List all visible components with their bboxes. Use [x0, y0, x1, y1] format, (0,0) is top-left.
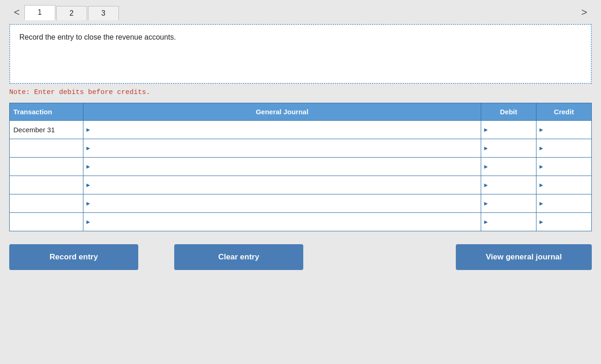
debit-arrow-2: ► [483, 163, 489, 170]
debit-input-4[interactable] [491, 194, 536, 212]
cell-transaction-2 [10, 158, 83, 176]
header-transaction: Transaction [10, 103, 83, 121]
credit-arrow-2: ► [538, 163, 544, 170]
cell-journal-2[interactable]: ► [83, 158, 481, 176]
credit-input-0[interactable] [546, 121, 591, 139]
journal-input-1[interactable] [93, 139, 481, 157]
cell-credit-3[interactable]: ► [536, 176, 592, 194]
credit-arrow-4: ► [538, 200, 544, 207]
cell-journal-0[interactable]: ► [83, 121, 481, 139]
journal-input-3[interactable] [93, 176, 481, 194]
view-general-journal-button[interactable]: View general journal [456, 244, 592, 270]
cell-debit-1[interactable]: ► [481, 139, 536, 158]
table-row: ►►► [10, 194, 592, 213]
tab-2[interactable]: 2 [56, 6, 87, 20]
cell-journal-3[interactable]: ► [83, 176, 481, 194]
table-row: ►►► [10, 213, 592, 231]
credit-input-5[interactable] [546, 213, 591, 231]
debit-input-3[interactable] [491, 176, 536, 194]
journal-arrow-5: ► [85, 218, 91, 225]
tab-1[interactable]: 1 [24, 5, 55, 20]
cell-transaction-3 [10, 176, 83, 194]
debit-arrow-1: ► [483, 145, 489, 152]
prev-arrow[interactable]: < [9, 5, 24, 20]
cell-transaction-1 [10, 139, 83, 158]
cell-transaction-4 [10, 194, 83, 213]
cell-credit-5[interactable]: ► [536, 213, 592, 231]
credit-arrow-0: ► [538, 126, 544, 133]
cell-credit-1[interactable]: ► [536, 139, 592, 158]
credit-input-4[interactable] [546, 194, 591, 212]
journal-arrow-3: ► [85, 182, 91, 188]
navigation-bar: < 1 2 3 > [9, 5, 592, 20]
cell-journal-5[interactable]: ► [83, 213, 481, 231]
button-bar: Record entry Clear entry View general jo… [9, 244, 592, 270]
journal-input-0[interactable] [93, 121, 481, 139]
cell-debit-0[interactable]: ► [481, 121, 536, 139]
debit-arrow-4: ► [483, 200, 489, 207]
cell-credit-2[interactable]: ► [536, 158, 592, 176]
note-text: Note: Enter debits before credits. [9, 88, 592, 96]
journal-input-5[interactable] [93, 213, 481, 231]
cell-transaction-0: December 31 [10, 121, 83, 139]
debit-input-0[interactable] [491, 121, 536, 139]
journal-arrow-1: ► [85, 145, 91, 152]
table-row: ►►► [10, 158, 592, 176]
tab-list: 1 2 3 [24, 5, 120, 20]
cell-debit-5[interactable]: ► [481, 213, 536, 231]
journal-arrow-4: ► [85, 200, 91, 207]
journal-input-4[interactable] [93, 194, 481, 212]
next-arrow[interactable]: > [577, 5, 592, 20]
header-general-journal: General Journal [83, 103, 481, 121]
table-row: ►►► [10, 176, 592, 194]
record-entry-button[interactable]: Record entry [9, 244, 138, 270]
credit-input-2[interactable] [546, 158, 591, 176]
cell-debit-3[interactable]: ► [481, 176, 536, 194]
header-debit: Debit [481, 103, 536, 121]
table-row: ►►► [10, 139, 592, 158]
cell-journal-4[interactable]: ► [83, 194, 481, 213]
debit-input-2[interactable] [491, 158, 536, 176]
debit-arrow-5: ► [483, 218, 489, 225]
credit-arrow-5: ► [538, 218, 544, 225]
credit-arrow-1: ► [538, 145, 544, 152]
journal-arrow-2: ► [85, 163, 91, 170]
journal-table: Transaction General Journal Debit Credit… [9, 103, 592, 231]
tab-3[interactable]: 3 [88, 6, 119, 20]
journal-arrow-0: ► [85, 126, 91, 133]
credit-input-1[interactable] [546, 139, 591, 157]
debit-arrow-0: ► [483, 126, 489, 133]
cell-credit-4[interactable]: ► [536, 194, 592, 213]
credit-input-3[interactable] [546, 176, 591, 194]
debit-input-5[interactable] [491, 213, 536, 231]
cell-journal-1[interactable]: ► [83, 139, 481, 158]
journal-input-2[interactable] [93, 158, 481, 176]
table-row: December 31►►► [10, 121, 592, 139]
cell-transaction-5 [10, 213, 83, 231]
cell-debit-4[interactable]: ► [481, 194, 536, 213]
credit-arrow-3: ► [538, 182, 544, 188]
transaction-label-0: December 31 [10, 126, 55, 134]
clear-entry-button[interactable]: Clear entry [174, 244, 303, 270]
cell-debit-2[interactable]: ► [481, 158, 536, 176]
debit-arrow-3: ► [483, 182, 489, 188]
question-box: Record the entry to close the revenue ac… [9, 24, 592, 84]
header-credit: Credit [536, 103, 592, 121]
question-text: Record the entry to close the revenue ac… [19, 33, 176, 41]
debit-input-1[interactable] [491, 139, 536, 157]
cell-credit-0[interactable]: ► [536, 121, 592, 139]
